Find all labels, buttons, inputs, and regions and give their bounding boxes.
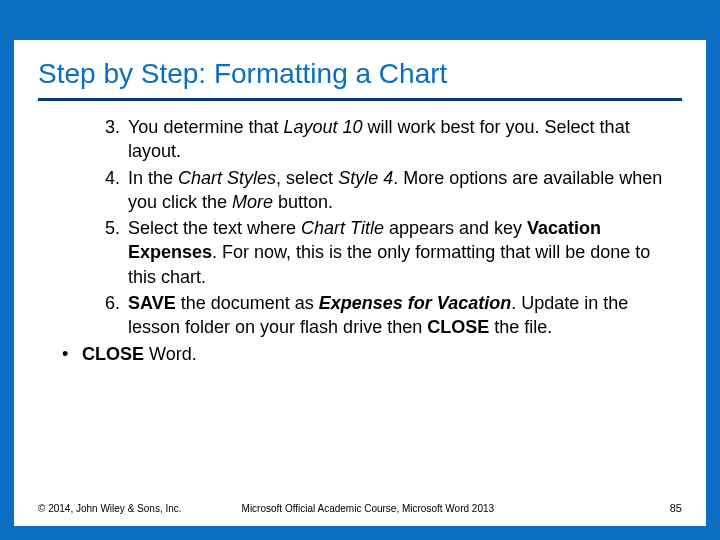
step-number: 4.	[92, 166, 120, 190]
step-list: 3.You determine that Layout 10 will work…	[98, 115, 682, 340]
text-run: button.	[273, 192, 333, 212]
text-run: In the	[128, 168, 178, 188]
footer-course: Microsoft Official Academic Course, Micr…	[242, 503, 495, 514]
text-run: appears and key	[384, 218, 527, 238]
page-title: Step by Step: Formatting a Chart	[38, 58, 682, 101]
list-item: 5.Select the text where Chart Title appe…	[98, 216, 682, 289]
list-item: 6. SAVE the document as Expenses for Vac…	[98, 291, 682, 340]
list-item: CLOSE Word.	[54, 342, 682, 366]
text-run: Chart Title	[301, 218, 384, 238]
text-run: You determine that	[128, 117, 283, 137]
text-run: CLOSE	[427, 317, 489, 337]
text-run: the file.	[489, 317, 552, 337]
text-run: Word.	[144, 344, 197, 364]
text-run: SAVE	[128, 293, 176, 313]
list-item: 4.In the Chart Styles, select Style 4. M…	[98, 166, 682, 215]
slide: Step by Step: Formatting a Chart 3.You d…	[0, 0, 720, 540]
text-run: Chart Styles	[178, 168, 276, 188]
text-run: Expenses for Vacation	[319, 293, 511, 313]
step-number: 3.	[92, 115, 120, 139]
text-run: Style 4	[338, 168, 393, 188]
footer-copyright: © 2014, John Wiley & Sons, Inc.	[38, 503, 182, 514]
step-number: 5.	[92, 216, 120, 240]
footer-page-number: 85	[670, 502, 682, 514]
bullet-list: CLOSE Word.	[54, 342, 682, 366]
footer: © 2014, John Wiley & Sons, Inc. Microsof…	[38, 502, 682, 514]
text-run: CLOSE	[82, 344, 144, 364]
list-item: 3.You determine that Layout 10 will work…	[98, 115, 682, 164]
text-run: Layout 10	[283, 117, 362, 137]
text-run: More	[232, 192, 273, 212]
content-area: 3.You determine that Layout 10 will work…	[38, 115, 682, 366]
text-run: the document as	[176, 293, 319, 313]
text-run: , select	[276, 168, 338, 188]
text-run: Select the text where	[128, 218, 301, 238]
step-number: 6.	[92, 291, 120, 315]
